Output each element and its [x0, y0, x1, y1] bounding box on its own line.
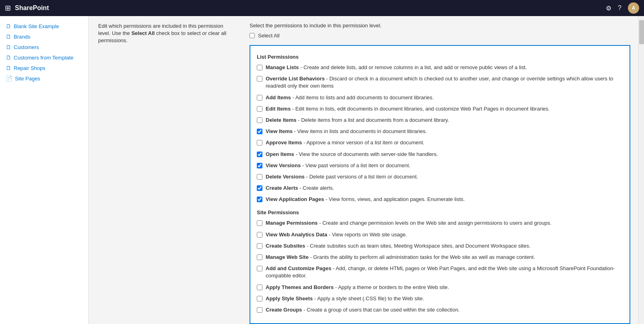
sidebar-label-brands: Brands	[14, 34, 30, 40]
scrollbar-thumb[interactable]	[639, 20, 644, 44]
view-items-checkbox[interactable]	[257, 129, 262, 134]
list-icon-blank: 🗋	[6, 23, 11, 29]
perm-view-app-pages: View Application Pages - View forms, vie…	[257, 196, 623, 203]
sidebar-label-site-pages: Site Pages	[15, 76, 40, 82]
select-all-row: Select All	[250, 33, 630, 39]
view-analytics-checkbox[interactable]	[257, 232, 262, 238]
create-subsites-checkbox[interactable]	[257, 243, 262, 249]
manage-lists-checkbox[interactable]	[257, 65, 262, 70]
sidebar-label-customers-template: Customers from Template	[14, 55, 74, 61]
override-list-checkbox[interactable]	[257, 76, 262, 82]
perm-create-subsites: Create Subsites - Create subsites such a…	[257, 242, 623, 250]
perm-apply-style-sheets: Apply Style Sheets - Apply a style sheet…	[257, 295, 623, 302]
perm-add-customize-pages: Add and Customize Pages - Add, change, o…	[257, 265, 623, 279]
view-versions-checkbox[interactable]	[257, 163, 262, 168]
perm-create-groups: Create Groups - Create a group of users …	[257, 306, 623, 314]
create-alerts-checkbox[interactable]	[257, 185, 262, 191]
main-layout: 🗋 Blank Site Example 🗋 Brands 🗋 Customer…	[0, 16, 644, 324]
apply-themes-checkbox[interactable]	[257, 285, 262, 290]
perm-view-items: View Items - View items in lists and doc…	[257, 128, 623, 135]
delete-versions-checkbox[interactable]	[257, 174, 262, 180]
list-icon-brands: 🗋	[6, 33, 11, 40]
select-all-checkbox[interactable]	[250, 33, 255, 38]
settings-icon[interactable]: ⚙	[606, 4, 611, 12]
perm-override-list: Override List Behaviors - Discard or che…	[257, 75, 623, 90]
sidebar-label-blank: Blank Site Example	[14, 23, 59, 29]
sidebar-item-blank-site-example[interactable]: 🗋 Blank Site Example	[0, 21, 88, 31]
add-customize-pages-checkbox[interactable]	[257, 266, 262, 271]
perm-view-analytics: View Web Analytics Data - View reports o…	[257, 231, 623, 238]
avatar[interactable]: A	[628, 2, 639, 14]
perm-open-items: Open Items - View the source of document…	[257, 151, 623, 158]
perm-manage-lists: Manage Lists - Create and delete lists, …	[257, 64, 623, 71]
sidebar-item-customers-from-template[interactable]: 🗋 Customers from Template	[0, 52, 88, 63]
left-column: Edit which permissions are included in t…	[89, 16, 242, 324]
perm-edit-items: Edit Items - Edit items in lists, edit d…	[257, 105, 623, 113]
list-icon-customers: 🗋	[6, 44, 11, 50]
select-all-area: Select the permissions to include in thi…	[250, 23, 630, 39]
sidebar-item-repair-shops[interactable]: 🗋 Repair Shops	[0, 63, 88, 73]
manage-permissions-checkbox[interactable]	[257, 220, 262, 226]
sidebar-label-repair: Repair Shops	[14, 65, 45, 71]
help-icon[interactable]: ?	[618, 4, 621, 12]
permissions-box: List Permissions Manage Lists - Create a…	[250, 45, 630, 324]
perm-approve-items: Approve Items - Approve a minor version …	[257, 139, 623, 146]
top-navigation: ⊞ SharePoint ⚙ ? A	[0, 0, 644, 16]
perm-apply-themes: Apply Themes and Borders - Apply a theme…	[257, 284, 623, 291]
perm-add-items: Add Items - Add items to lists and add d…	[257, 94, 623, 101]
app-title: SharePoint	[15, 4, 49, 12]
perm-delete-items: Delete Items - Delete items from a list …	[257, 117, 623, 124]
sidebar-item-brands[interactable]: 🗋 Brands	[0, 31, 88, 42]
site-permissions-title: Site Permissions	[257, 209, 623, 215]
list-permissions-title: List Permissions	[257, 54, 623, 60]
list-icon-repair: 🗋	[6, 65, 11, 71]
select-all-label[interactable]: Select All	[258, 33, 279, 39]
edit-items-checkbox[interactable]	[257, 106, 262, 112]
perm-manage-permissions: Manage Permissions - Create and change p…	[257, 219, 623, 227]
apply-style-sheets-checkbox[interactable]	[257, 296, 262, 301]
view-app-pages-checkbox[interactable]	[257, 197, 262, 202]
sidebar-item-site-pages[interactable]: 📄 Site Pages	[0, 73, 88, 84]
select-all-instruction: Select the permissions to include in thi…	[250, 23, 630, 29]
approve-items-checkbox[interactable]	[257, 140, 262, 146]
perm-view-versions: View Versions - View past versions of a …	[257, 162, 623, 169]
pages-icon: 📄	[6, 75, 12, 82]
scrollbar-track[interactable]	[638, 16, 644, 324]
sidebar-item-customers[interactable]: 🗋 Customers	[0, 42, 88, 52]
list-icon-customers-template: 🗋	[6, 54, 11, 61]
sidebar: 🗋 Blank Site Example 🗋 Brands 🗋 Customer…	[0, 16, 89, 324]
perm-create-alerts: Create Alerts - Create alerts.	[257, 185, 623, 192]
right-column: Select the permissions to include in thi…	[242, 16, 638, 324]
delete-items-checkbox[interactable]	[257, 117, 262, 123]
create-groups-checkbox[interactable]	[257, 307, 262, 313]
waffle-icon[interactable]: ⊞	[5, 4, 11, 12]
sidebar-label-customers: Customers	[14, 44, 39, 50]
top-nav-right: ⚙ ? A	[606, 2, 639, 14]
manage-web-site-checkbox[interactable]	[257, 254, 262, 260]
add-items-checkbox[interactable]	[257, 95, 262, 100]
instructions-text: Edit which permissions are included in t…	[98, 23, 232, 45]
open-items-checkbox[interactable]	[257, 152, 262, 157]
perm-manage-web-site: Manage Web Site - Grants the ability to …	[257, 254, 623, 261]
perm-delete-versions: Delete Versions - Delete past versions o…	[257, 173, 623, 180]
